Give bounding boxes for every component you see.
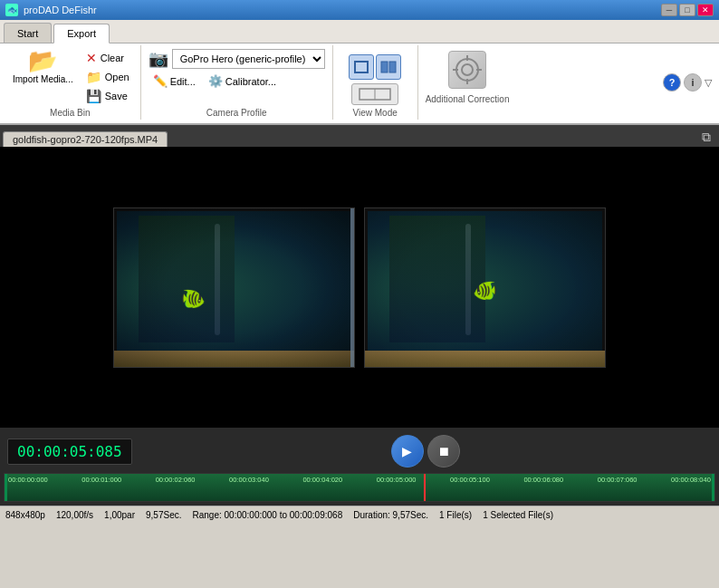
tl-label-5: 00:00:05:000 bbox=[377, 476, 417, 484]
additional-correction-button[interactable] bbox=[448, 51, 486, 89]
tl-label-1: 00:00:01:000 bbox=[81, 476, 121, 484]
fisheye-overlay-right bbox=[365, 208, 605, 367]
tl-label-4: 00:00:04:020 bbox=[302, 476, 342, 484]
camera-profile-label: Camera Profile bbox=[149, 106, 325, 118]
timeline-track: 00:00:00:000 00:00:01:000 00:00:02:060 0… bbox=[5, 474, 714, 501]
tl-label-3: 00:00:03:040 bbox=[229, 476, 269, 484]
status-bar: 848x480p 120,00f/s 1,00par 9,57Sec. Rang… bbox=[0, 506, 719, 524]
video-canvas: 🐠 🐠 bbox=[0, 147, 719, 428]
video-panel-left: 🐠 bbox=[113, 207, 355, 368]
status-selected: 1 Selected File(s) bbox=[483, 510, 553, 520]
additional-correction-icon bbox=[451, 53, 484, 86]
calibrator-icon: ⚙️ bbox=[208, 74, 223, 88]
calibrator-label: Calibrator... bbox=[225, 76, 276, 87]
maximize-button[interactable]: □ bbox=[679, 4, 695, 16]
title-bar: 🐟 proDAD DeFishr ─ □ ✕ bbox=[0, 0, 719, 20]
video-panel-right: 🐠 bbox=[364, 207, 606, 368]
svg-rect-0 bbox=[355, 62, 368, 72]
import-icon: 📂 bbox=[28, 49, 57, 72]
ribbon: 📂 Import Media... ✕ Clear 📁 Open 💾 Save … bbox=[0, 43, 719, 125]
view-wide-button[interactable] bbox=[351, 83, 398, 105]
media-bin-content: 📂 Import Media... ✕ Clear 📁 Open 💾 Save bbox=[7, 47, 133, 106]
stop-button[interactable]: ⏹ bbox=[427, 435, 460, 468]
ribbon-group-media-bin: 📂 Import Media... ✕ Clear 📁 Open 💾 Save … bbox=[4, 45, 141, 120]
view-mode-bottom-row bbox=[351, 82, 398, 105]
ribbon-group-additional-correction: Additional Correction bbox=[422, 45, 517, 120]
help-icons: ? i ▽ bbox=[659, 45, 715, 120]
title-bar-left: 🐟 proDAD DeFishr bbox=[5, 4, 97, 16]
play-icon: ▶ bbox=[402, 444, 412, 458]
camera-profile-select[interactable]: GoPro Hero (generic-profile) GoPro Hero … bbox=[172, 49, 325, 69]
import-media-button[interactable]: 📂 Import Media... bbox=[7, 47, 79, 86]
minimize-button[interactable]: ─ bbox=[661, 4, 677, 16]
edit-icon: ✏️ bbox=[153, 74, 168, 88]
ribbon-group-view-mode: View Mode bbox=[337, 45, 418, 120]
main-area: goldfish-gopro2-720-120fps.MP4 ⧉ 🐠 bbox=[0, 125, 719, 506]
view-split-button[interactable] bbox=[376, 54, 401, 80]
view-split-icon bbox=[380, 60, 397, 74]
svg-point-6 bbox=[462, 64, 473, 75]
save-label: Save bbox=[105, 91, 128, 101]
save-button[interactable]: 💾 Save bbox=[82, 87, 133, 105]
video-frame: 🐠 🐠 bbox=[113, 207, 606, 368]
help-button[interactable]: ? bbox=[663, 73, 681, 92]
timecode-display: 00:00:05:085 bbox=[7, 439, 132, 465]
status-framerate: 120,00f/s bbox=[56, 510, 93, 520]
timeline-ruler[interactable]: 00:00:00:000 00:00:01:000 00:00:02:060 0… bbox=[4, 473, 715, 502]
clear-icon: ✕ bbox=[86, 51, 97, 65]
play-button[interactable]: ▶ bbox=[391, 435, 424, 468]
additional-correction-label: Additional Correction bbox=[426, 92, 510, 104]
view-single-button[interactable] bbox=[349, 54, 374, 80]
ribbon-tabs: Start Export bbox=[0, 20, 719, 43]
tl-label-0: 00:00:00:000 bbox=[8, 476, 48, 484]
status-duration: 9,57Sec. bbox=[146, 510, 181, 520]
camera-icon: 📷 bbox=[149, 49, 168, 69]
camera-dropdown-row: 📷 GoPro Hero (generic-profile) GoPro Her… bbox=[149, 49, 325, 69]
clear-label: Clear bbox=[101, 53, 124, 63]
transport-controls: ▶ ⏹ bbox=[391, 435, 460, 468]
camera-buttons: ✏️ Edit... ⚙️ Calibrator... bbox=[149, 72, 325, 90]
float-tab-button[interactable]: ⧉ bbox=[696, 128, 716, 147]
app-title: proDAD DeFishr bbox=[24, 5, 97, 15]
open-icon: 📁 bbox=[86, 70, 101, 84]
title-bar-controls: ─ □ ✕ bbox=[661, 4, 714, 16]
timecode-row: 00:00:05:085 ▶ ⏹ bbox=[4, 431, 715, 471]
view-mode-label: View Mode bbox=[352, 106, 397, 118]
tab-start[interactable]: Start bbox=[4, 23, 52, 43]
status-duration-full: Duration: 9,57Sec. bbox=[353, 510, 428, 520]
status-resolution: 848x480p bbox=[5, 510, 45, 520]
settings-button[interactable]: ▽ bbox=[705, 77, 712, 89]
calibrator-button[interactable]: ⚙️ Calibrator... bbox=[204, 72, 281, 90]
stop-icon: ⏹ bbox=[437, 444, 450, 458]
info-button[interactable]: i bbox=[684, 73, 702, 92]
timeline-area: 00:00:05:085 ▶ ⏹ 00:00:00:000 00:00:01:0… bbox=[0, 428, 719, 506]
view-single-icon bbox=[353, 60, 369, 74]
tl-label-2: 00:00:02:060 bbox=[156, 476, 196, 484]
view-mode-top-row bbox=[349, 54, 401, 80]
ribbon-group-camera-profile: 📷 GoPro Hero (generic-profile) GoPro Her… bbox=[145, 45, 333, 120]
close-button[interactable]: ✕ bbox=[697, 4, 714, 16]
tl-label-7: 00:00:06:080 bbox=[523, 476, 563, 484]
view-wide-icon bbox=[359, 86, 391, 102]
open-button[interactable]: 📁 Open bbox=[82, 68, 133, 86]
media-bin-label: Media Bin bbox=[50, 106, 90, 118]
fisheye-overlay-left bbox=[114, 208, 354, 367]
edit-label: Edit... bbox=[170, 76, 196, 87]
tab-export[interactable]: Export bbox=[53, 24, 110, 43]
app-icon: 🐟 bbox=[5, 4, 18, 16]
svg-rect-1 bbox=[381, 62, 388, 72]
media-file-tab[interactable]: goldfish-gopro2-720-120fps.MP4 bbox=[3, 131, 168, 147]
timeline-cursor bbox=[424, 474, 426, 501]
clear-button[interactable]: ✕ Clear bbox=[82, 49, 133, 67]
svg-rect-2 bbox=[389, 62, 396, 72]
svg-point-5 bbox=[456, 59, 478, 81]
timeline-labels: 00:00:00:000 00:00:01:000 00:00:02:060 0… bbox=[5, 476, 714, 484]
status-files: 1 File(s) bbox=[439, 510, 472, 520]
fish-tank-left: 🐠 bbox=[114, 208, 354, 367]
tab-strip: goldfish-gopro2-720-120fps.MP4 ⧉ bbox=[0, 125, 719, 147]
tl-label-8: 00:00:07:060 bbox=[598, 476, 638, 484]
save-icon: 💾 bbox=[86, 89, 101, 103]
import-label: Import Media... bbox=[13, 74, 73, 84]
fish-tank-right: 🐠 bbox=[365, 208, 605, 367]
edit-button[interactable]: ✏️ Edit... bbox=[149, 72, 200, 90]
